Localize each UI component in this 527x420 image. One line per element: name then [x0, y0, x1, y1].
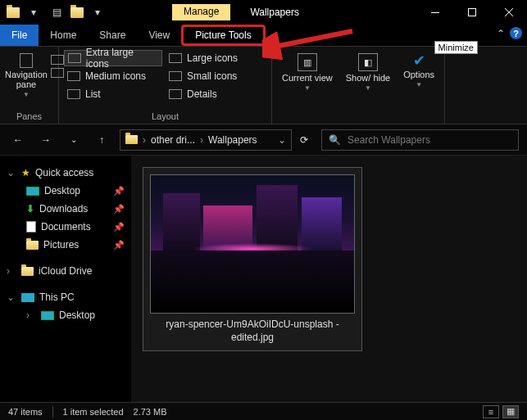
forward-button[interactable]: → [36, 130, 56, 150]
chevron-down-icon[interactable]: ⌄ [7, 291, 16, 303]
chevron-right-icon[interactable]: › [26, 309, 36, 321]
status-selected: 1 item selected [63, 407, 124, 417]
layout-medium-icons[interactable]: Medium icons [64, 68, 162, 84]
back-button[interactable]: ← [8, 130, 28, 150]
thumbnails-view-toggle[interactable]: ▦ [502, 405, 519, 418]
group-layout-label: Layout [59, 111, 271, 124]
details-view-toggle[interactable]: ≡ [483, 405, 499, 418]
recent-locations-button[interactable]: ⌄ [64, 130, 84, 150]
checkmark-icon: ✔ [413, 53, 425, 68]
layout-small-icons[interactable]: Small icons [166, 68, 264, 84]
sidebar-desktop-pc[interactable]: › Desktop [5, 306, 126, 324]
layout-list[interactable]: List [64, 86, 162, 102]
status-bar: 47 items 1 item selected 2.73 MB ≡ ▦ [0, 402, 527, 420]
minimize-tooltip: Minimize [434, 41, 478, 54]
chevron-right-icon[interactable]: › [7, 265, 16, 277]
address-bar[interactable]: › other dri... › Wallpapers ⌄ [120, 129, 292, 151]
close-button[interactable] [490, 0, 527, 25]
tab-file[interactable]: File [0, 25, 39, 46]
folder-icon [125, 135, 138, 144]
show-hide-icon: ◧ [358, 53, 378, 71]
qat-dropdown-icon[interactable]: ▾ [25, 3, 43, 21]
folder-icon [21, 267, 34, 276]
search-box[interactable]: 🔍 [321, 129, 519, 151]
options-button[interactable]: ✔ Options ▼ [398, 50, 439, 88]
status-size: 2.73 MB [134, 407, 167, 417]
svg-rect-1 [468, 9, 475, 16]
qat-properties-icon[interactable]: ▤ [48, 3, 66, 21]
star-icon: ★ [21, 167, 30, 178]
breadcrumb[interactable]: Wallpapers [208, 134, 257, 146]
tab-manage[interactable]: Manage [172, 4, 230, 20]
search-input[interactable] [348, 134, 511, 146]
pictures-icon [26, 241, 39, 250]
breadcrumb[interactable]: other dri... [151, 134, 195, 146]
up-button[interactable]: ↑ [92, 130, 111, 150]
sidebar-desktop[interactable]: Desktop 📌 [5, 182, 126, 200]
chevron-down-icon: ▼ [23, 91, 30, 98]
sidebar-this-pc[interactable]: ⌄ This PC [5, 288, 126, 306]
documents-icon [26, 221, 36, 233]
desktop-icon [26, 187, 39, 196]
sidebar: ⌄ ★ Quick access Desktop 📌 ⬇ Downloads 📌… [0, 156, 131, 402]
minimize-button[interactable] [416, 0, 453, 25]
chevron-down-icon: ▼ [416, 81, 422, 88]
layout-details[interactable]: Details [166, 86, 264, 102]
svg-rect-0 [431, 12, 439, 13]
pin-icon: 📌 [113, 240, 125, 251]
pin-icon: 📌 [113, 222, 125, 233]
current-view-button[interactable]: ▥ Current view ▼ [277, 50, 338, 92]
sidebar-pictures[interactable]: Pictures 📌 [5, 236, 126, 254]
collapse-ribbon-icon[interactable]: ⌃ [497, 28, 505, 39]
tab-share[interactable]: Share [88, 25, 137, 46]
content-area[interactable]: ryan-spencer-Um9AkOiIDcU-unsplash - edit… [131, 156, 527, 402]
help-icon[interactable]: ? [510, 27, 522, 39]
titlebar: ▾ ▤ ▾ Manage Wallpapers [0, 0, 527, 25]
chevron-right-icon: › [200, 134, 203, 146]
current-view-icon: ▥ [298, 53, 317, 71]
sidebar-downloads[interactable]: ⬇ Downloads 📌 [5, 200, 126, 218]
downloads-icon: ⬇ [26, 203, 34, 215]
qat-newfolder-icon[interactable] [70, 7, 84, 18]
thumbnail-image [150, 174, 355, 314]
status-item-count: 47 items [8, 407, 43, 417]
chevron-right-icon: › [143, 134, 146, 146]
navigation-bar: ← → ⌄ ↑ › other dri... › Wallpapers ⌄ ⟳ … [0, 124, 527, 156]
tab-picture-tools[interactable]: Picture Tools [181, 25, 265, 46]
layout-extra-large-icons[interactable]: Extra large icons [64, 50, 162, 66]
navigation-pane-button[interactable]: Navigation pane ▼ [5, 50, 48, 98]
pin-icon: 📌 [113, 204, 125, 215]
chevron-down-icon[interactable]: ⌄ [7, 167, 16, 178]
chevron-down-icon: ▼ [304, 84, 311, 92]
chevron-down-icon: ▼ [365, 84, 371, 92]
qat-overflow-icon[interactable]: ▾ [89, 3, 107, 21]
sidebar-documents[interactable]: Documents 📌 [5, 218, 126, 236]
address-dropdown-icon[interactable]: ⌄ [278, 134, 286, 146]
tab-home[interactable]: Home [39, 25, 88, 46]
sidebar-quick-access[interactable]: ⌄ ★ Quick access [5, 164, 126, 182]
file-name-label: ryan-spencer-Um9AkOiIDcU-unsplash - edit… [150, 314, 355, 344]
maximize-button[interactable] [453, 0, 490, 25]
show-hide-button[interactable]: ◧ Show/ hide ▼ [341, 50, 395, 92]
pin-icon: 📌 [113, 186, 125, 196]
layout-large-icons[interactable]: Large icons [166, 50, 264, 66]
navigation-pane-label: Navigation pane [5, 70, 48, 89]
window-title: Wallpapers [250, 7, 299, 18]
app-folder-icon [7, 7, 20, 18]
ribbon: Navigation pane ▼ Panes Extra large icon… [0, 46, 527, 124]
search-icon: 🔍 [329, 134, 341, 146]
group-panes-label: Panes [0, 111, 58, 124]
pc-icon [21, 293, 34, 302]
tab-view[interactable]: View [137, 25, 181, 46]
sidebar-icloud[interactable]: › iCloud Drive [5, 262, 126, 280]
desktop-icon [41, 311, 54, 320]
refresh-button[interactable]: ⟳ [300, 134, 308, 146]
file-thumbnail[interactable]: ryan-spencer-Um9AkOiIDcU-unsplash - edit… [143, 167, 362, 351]
